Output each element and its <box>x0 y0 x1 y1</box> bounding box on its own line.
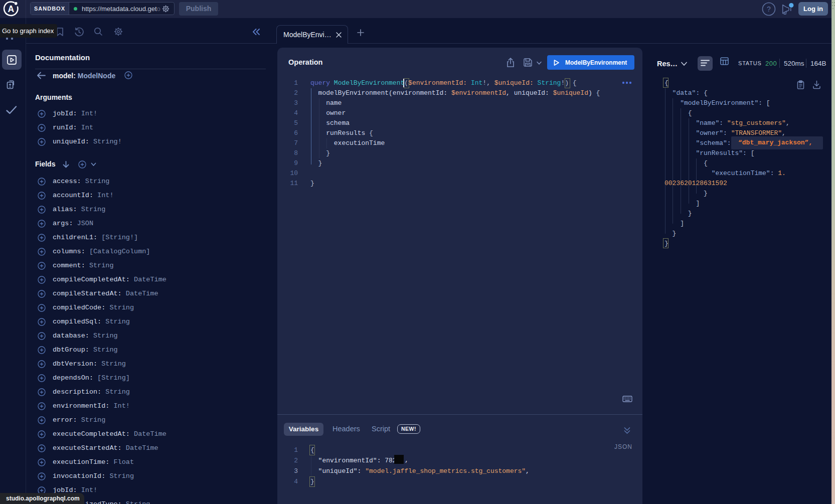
svg-text:?: ? <box>767 5 771 13</box>
svg-text:A: A <box>8 4 14 14</box>
